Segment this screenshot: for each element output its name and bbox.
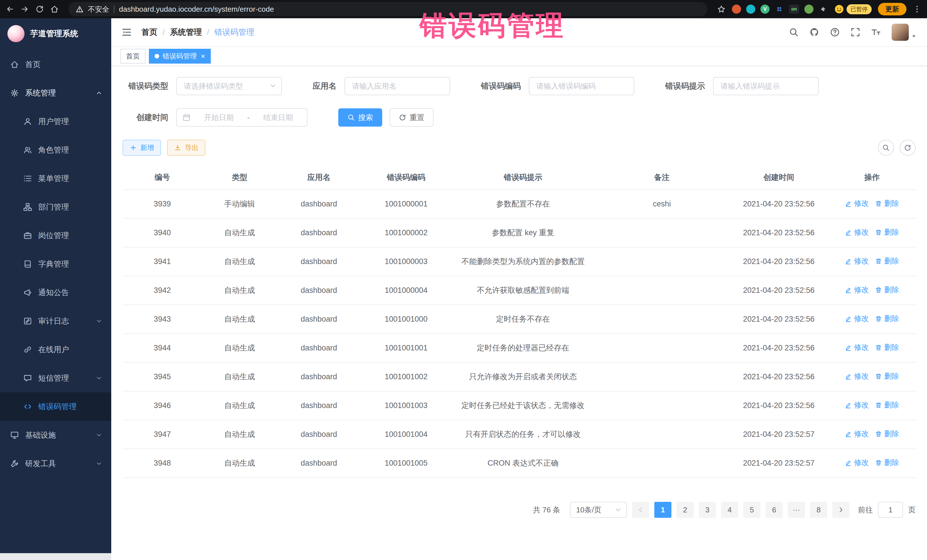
github-icon[interactable] [810,27,819,37]
sidebar-item[interactable]: 审计日志 [0,307,111,335]
sidebar-item-active[interactable]: 错误码管理 [0,392,111,421]
edit-button-label: 修改 [854,227,869,238]
sidebar-item[interactable]: 菜单管理 [0,164,111,193]
sidebar-item[interactable]: 研发工具 [0,449,111,478]
start-date-placeholder[interactable]: 开始日期 [196,112,242,123]
sidebar-item[interactable]: 系统管理 [0,79,111,107]
delete-button[interactable]: 删除 [875,371,899,382]
sidebar-logo[interactable]: 芋道管理系统 [0,18,111,49]
page-number-button[interactable]: 2 [676,502,694,518]
sidebar-item[interactable]: 部门管理 [0,193,111,221]
browser-update-button[interactable]: 更新 [878,3,906,15]
extension-icon[interactable] [746,5,755,14]
tab-error-code[interactable]: 错误码管理 × [149,49,211,64]
delete-button[interactable]: 删除 [875,428,899,439]
page-number-button[interactable]: 5 [743,502,760,518]
cell-app-name: dashboard [277,190,360,219]
cell-actions: 修改删除 [828,363,916,391]
sidebar-item[interactable]: 用户管理 [0,107,111,136]
goto-page-input[interactable] [878,502,903,518]
sidebar-item[interactable]: 字典管理 [0,250,111,278]
edit-button[interactable]: 修改 [845,428,869,439]
page-number-button[interactable]: 1 [654,502,672,518]
error-code-input[interactable] [529,77,634,95]
end-date-placeholder[interactable]: 结束日期 [255,112,301,123]
app-name-input[interactable] [345,77,450,95]
browser-reload-icon[interactable] [35,5,44,14]
delete-button[interactable]: 删除 [875,284,899,295]
sidebar-item[interactable]: 通知公告 [0,278,111,307]
error-code-type-input[interactable] [176,77,282,95]
reset-button[interactable]: 重置 [390,108,433,127]
browser-menu-icon[interactable] [913,5,921,14]
error-message-input[interactable] [713,77,819,95]
page-number-button[interactable]: 4 [721,502,738,518]
sidebar-item[interactable]: 基础设施 [0,421,111,449]
tab-home[interactable]: 首页 [120,49,146,64]
page-number-button[interactable]: 6 [766,502,783,518]
sidebar-collapse-bar[interactable] [0,553,111,560]
browser-forward-icon[interactable] [21,5,29,14]
edit-button[interactable]: 修改 [845,198,869,209]
browser-profile-chip[interactable]: 已暂停 [834,4,872,14]
hamburger-icon[interactable] [122,27,132,37]
delete-button[interactable]: 删除 [875,227,899,238]
sidebar-item-label: 菜单管理 [38,173,69,184]
extensions-puzzle-icon[interactable] [819,5,828,14]
next-page-button[interactable] [832,502,849,518]
delete-button[interactable]: 删除 [875,198,899,209]
tags-view-bar: 首页 错误码管理 × [111,47,927,66]
add-button[interactable]: 新增 [123,140,161,156]
sidebar-item[interactable]: 短信管理 [0,364,111,392]
export-button[interactable]: 导出 [167,140,205,156]
header-search-icon[interactable] [789,27,799,37]
edit-button[interactable]: 修改 [845,399,869,411]
tab-close-icon[interactable]: × [201,52,205,60]
toggle-search-button[interactable] [878,140,894,156]
browser-back-icon[interactable] [6,5,14,14]
page-number-button[interactable]: 3 [699,502,716,518]
help-icon[interactable] [830,27,840,37]
extension-icon[interactable] [732,5,741,14]
sidebar-item[interactable]: 岗位管理 [0,221,111,250]
edit-button[interactable]: 修改 [845,255,869,267]
gear-icon [10,89,19,97]
pager-more-button[interactable]: ··· [788,502,805,518]
edit-button[interactable]: 修改 [845,284,869,295]
sidebar-item[interactable]: 在线用户 [0,335,111,364]
delete-button[interactable]: 删除 [875,313,899,324]
edit-button[interactable]: 修改 [845,371,869,382]
breadcrumb-item[interactable]: 首页 [141,27,158,38]
user-menu[interactable] [892,24,917,41]
sidebar-item[interactable]: 角色管理 [0,136,111,164]
delete-button[interactable]: 删除 [875,255,899,267]
edit-button[interactable]: 修改 [845,227,869,238]
edit-button[interactable]: 修改 [845,342,869,353]
extension-on-icon[interactable]: on [789,5,799,14]
edit-button[interactable]: 修改 [845,313,869,324]
error-code-type-select[interactable] [176,77,282,95]
delete-icon [875,402,882,408]
breadcrumb-item[interactable]: 系统管理 [170,27,202,38]
prev-page-button[interactable] [632,502,649,518]
date-range-picker[interactable]: 开始日期 - 结束日期 [176,108,307,127]
search-button[interactable]: 搜索 [338,108,382,127]
refresh-table-button[interactable] [900,140,916,156]
edit-button[interactable]: 修改 [845,457,869,468]
font-size-icon[interactable] [871,27,881,37]
sidebar-item[interactable]: 首页 [0,50,111,79]
delete-button[interactable]: 删除 [875,342,899,353]
page-number-button[interactable]: 8 [810,502,827,518]
browser-home-icon[interactable] [50,5,59,14]
sidebar-item-label: 短信管理 [38,373,69,383]
devtools-icon [10,459,19,468]
delete-button[interactable]: 删除 [875,457,899,468]
delete-button[interactable]: 删除 [875,399,899,411]
bookmark-star-icon[interactable] [717,5,726,14]
fullscreen-icon[interactable] [851,27,860,37]
page-size-select[interactable]: 10条/页 [570,502,627,518]
vue-devtools-extension-icon[interactable]: V [760,5,769,14]
address-bar[interactable]: 不安全 dashboard.yudao.iocoder.cn/system/er… [68,2,707,16]
grid-extension-icon[interactable] [775,5,784,14]
extension-icon[interactable] [804,5,813,14]
